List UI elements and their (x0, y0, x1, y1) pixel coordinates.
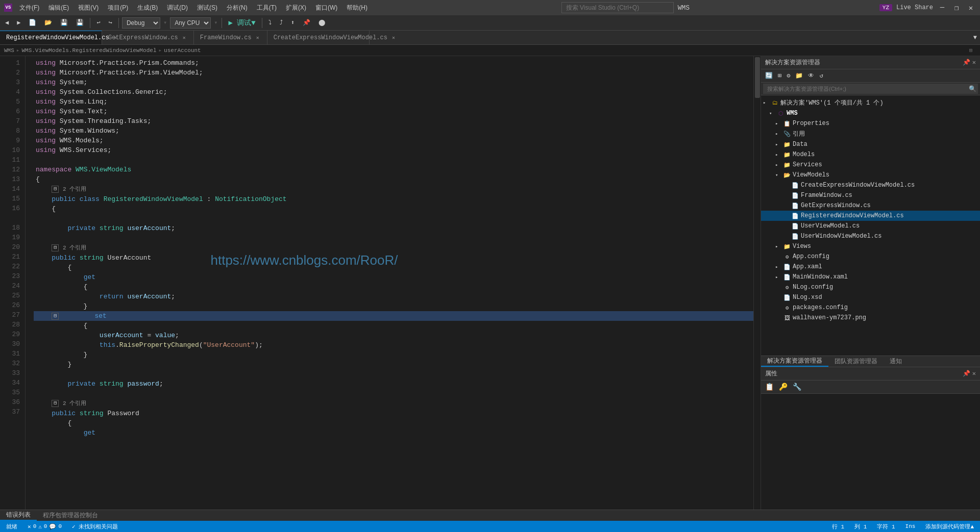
menu-item[interactable]: 分析(N) (223, 3, 252, 13)
se-new-folder-button[interactable]: 📁 (793, 71, 805, 81)
live-share-label[interactable]: Live Share (896, 4, 933, 11)
row-status[interactable]: 行 1 (830, 523, 846, 530)
collapse-button-35[interactable]: ⊟ (52, 400, 59, 407)
tab-framewindow[interactable]: FrameWindow.cs ✕ (194, 31, 267, 44)
new-file-button[interactable]: 📄 (26, 18, 39, 28)
menu-item[interactable]: 视图(V) (74, 3, 103, 13)
minimize-button[interactable]: ─ (937, 3, 947, 13)
menu-item[interactable]: 编辑(E) (44, 3, 73, 13)
prop-alpha-button[interactable]: 🔑 (777, 382, 790, 392)
se-search-icon[interactable]: 🔍 (969, 85, 976, 93)
tree-nlogxsd[interactable]: ▸ 📄 NLog.xsd (761, 292, 980, 302)
back-button[interactable]: ◀ (2, 18, 12, 28)
ready-status[interactable]: 就绪 (4, 523, 19, 530)
breakpoints-button[interactable]: ⬤ (315, 18, 328, 28)
tab-dropdown-button[interactable]: ▼ (970, 31, 980, 44)
scrollbar-thumb[interactable] (755, 57, 760, 98)
se-settings-button[interactable]: ⚙ (785, 71, 792, 81)
tab-close-frame[interactable]: ✕ (255, 34, 261, 41)
undo-button[interactable]: ↩ (93, 18, 103, 28)
se-view-button[interactable]: 👁 (806, 71, 816, 81)
tab-close-createexpress[interactable]: ✕ (390, 34, 397, 41)
panel-tab-team[interactable]: 团队资源管理器 (828, 356, 884, 367)
panel-tab-notify[interactable]: 通知 (884, 356, 908, 367)
tree-solution-root[interactable]: ▸ 🗂 解决方案'WMS'(1 个项目/共 1 个) (761, 97, 980, 108)
menu-item[interactable]: 窗口(W) (311, 3, 341, 13)
col-status[interactable]: 列 1 (852, 523, 869, 530)
breadcrumb-field[interactable]: userAccount (164, 47, 201, 54)
menu-item[interactable]: 项目(P) (104, 3, 132, 13)
save-button[interactable]: 💾 (57, 18, 71, 28)
code-content[interactable]: https://www.cnblogs.com/RooR/ using Micr… (26, 56, 761, 510)
editor-expand-button[interactable]: ⊞ (966, 45, 976, 56)
tree-userviewmodel-cs[interactable]: ▸ 📄 UserViewModel.cs (761, 221, 980, 231)
collapse-button-20[interactable]: ⊟ (52, 244, 59, 251)
menu-item[interactable]: 文件(F) (15, 3, 43, 13)
se-filter-button[interactable]: ⊞ (776, 71, 783, 81)
vertical-scrollbar[interactable] (753, 56, 761, 510)
forward-button[interactable]: ▶ (14, 18, 23, 28)
platform-dropdown[interactable]: Any CPU (170, 17, 211, 29)
menu-item[interactable]: 生成(B) (133, 3, 162, 13)
se-sync-button[interactable]: 🔄 (763, 71, 775, 81)
se-search-input[interactable] (763, 84, 978, 94)
tab-createexpress[interactable]: CreateExpressWindowViewModel.cs ✕ (267, 31, 370, 44)
error-status[interactable]: ✕ 0 ⚠ 0 💬 0 (26, 523, 64, 530)
ins-status[interactable]: Ins (903, 523, 918, 529)
tree-data[interactable]: ▸ 📁 Data (761, 139, 980, 149)
tab-close-getexpress[interactable]: ✕ (181, 34, 187, 41)
panel-tab-solution[interactable]: 解决方案资源管理器 (761, 356, 828, 367)
tree-viewmodels[interactable]: ▾ 📂 ViewModels (761, 170, 980, 180)
restore-button[interactable]: ❐ (951, 3, 962, 13)
tree-wallhaven[interactable]: ▸ 🖼 wallhaven-ym7237.png (761, 313, 980, 323)
tree-references[interactable]: ▸ 📎 引用 (761, 129, 980, 139)
step-into-button[interactable]: ⤴ (277, 18, 286, 28)
error-list-tab[interactable]: 错误列表 (0, 510, 37, 521)
start-debug-button[interactable]: ▶ 调试▼ (225, 17, 258, 29)
open-button[interactable]: 📂 (41, 18, 55, 28)
tree-wms-project[interactable]: ▾ ⬡ WMS (761, 108, 980, 118)
close-button[interactable]: ✕ (966, 3, 976, 13)
se-pin-button[interactable]: 📌 (963, 59, 970, 66)
tree-getexpress-cs[interactable]: ▸ 📄 GetExpressWindow.cs (761, 200, 980, 211)
search-input[interactable] (561, 2, 674, 13)
step-out-button[interactable]: ⬆ (288, 18, 298, 28)
menu-item[interactable]: 调试(D) (163, 3, 192, 13)
prop-pin-button[interactable]: 📌 (963, 370, 970, 377)
no-issues-status[interactable]: ✓ 未找到相关问题 (70, 523, 120, 530)
se-close-button[interactable]: ✕ (972, 59, 976, 66)
tree-properties[interactable]: ▸ 📋 Properties (761, 118, 980, 129)
tree-views[interactable]: ▸ 📁 Views (761, 241, 980, 251)
breadcrumb-viewmodel[interactable]: WMS.ViewModels.RegisteredWindowViewModel (21, 47, 156, 54)
collapse-button-26[interactable]: ⊟ (52, 313, 59, 320)
redo-button[interactable]: ↪ (106, 18, 115, 28)
breadcrumb-wms[interactable]: WMS (4, 47, 14, 54)
tree-appxaml[interactable]: ▸ 📄 App.xaml (761, 262, 980, 272)
tree-packages[interactable]: ▸ ⚙ packages.config (761, 302, 980, 313)
add-source-button[interactable]: 添加到源代码管理▲ (923, 523, 976, 530)
bookmark-button[interactable]: 📌 (300, 18, 313, 28)
tree-mainwindow[interactable]: ▸ 📄 MainWindow.xaml (761, 272, 980, 282)
menu-item[interactable]: 扩展(X) (282, 3, 310, 13)
se-refresh-button[interactable]: ↺ (817, 71, 825, 81)
menu-item[interactable]: 测试(S) (193, 3, 222, 13)
menu-item[interactable]: 工具(T) (253, 3, 281, 13)
prop-events-button[interactable]: 🔧 (791, 382, 803, 392)
package-manager-tab[interactable]: 程序包管理器控制台 (37, 510, 104, 521)
tree-userwindowviewmodel-cs[interactable]: ▸ 📄 UserWindowViewModel.cs (761, 231, 980, 241)
save-all-button[interactable]: 💾 (73, 18, 87, 28)
code-editor[interactable]: 12345 678910 1112131415 16 181920 212223… (0, 56, 761, 510)
tab-getexpresswindow[interactable]: GetExpressWindow.cs ✕ (102, 31, 194, 44)
menu-item[interactable]: 帮助(H) (342, 3, 372, 13)
tab-registered-viewmodel[interactable]: RegisteredWindowViewModel.cs ✕ (0, 31, 102, 44)
prop-categorized-button[interactable]: 📋 (763, 382, 776, 392)
tree-models[interactable]: ▸ 📁 Models (761, 149, 980, 160)
char-status[interactable]: 字符 1 (875, 523, 897, 530)
tree-framewindow-cs[interactable]: ▸ 📄 FrameWindow.cs (761, 190, 980, 200)
prop-close-button[interactable]: ✕ (972, 370, 976, 377)
tree-createexpress-vm[interactable]: ▸ 📄 CreateExpressWindowViewModel.cs (761, 180, 980, 190)
tree-registered-vm-cs[interactable]: ▸ 📄 RegisteredWindowViewModel.cs (761, 211, 980, 221)
collapse-button-14[interactable]: ⊟ (52, 186, 59, 193)
tree-appconfig[interactable]: ▸ ⚙ App.config (761, 251, 980, 262)
step-over-button[interactable]: ⤵ (265, 18, 275, 28)
